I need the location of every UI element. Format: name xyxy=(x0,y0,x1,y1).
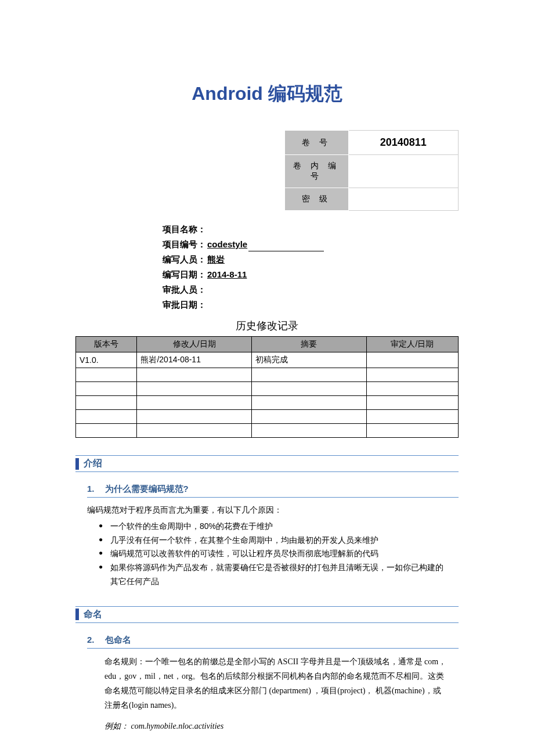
table-cell: 初稿完成 xyxy=(252,352,367,368)
table-row xyxy=(76,382,459,396)
info-box: 卷 号 20140811 卷 内 编 号 密 级 xyxy=(284,130,459,211)
date-value: 2014-8-11 xyxy=(207,269,247,279)
section-bar-icon xyxy=(75,458,79,470)
info-secret-value xyxy=(348,188,458,211)
history-header: 审定人/日期 xyxy=(366,337,458,352)
section-intro: 介绍 xyxy=(75,455,459,472)
section-bar-icon xyxy=(75,609,79,620)
table-cell xyxy=(366,352,458,368)
table-cell xyxy=(252,410,367,424)
history-header: 摘要 xyxy=(252,337,367,352)
date-label: 编写日期： xyxy=(163,269,206,279)
naming-body: 命名规则：一个唯一包名的前缀总是全部小写的 ASCII 字母并且是一个顶级域名，… xyxy=(104,654,447,713)
approve-date-label: 审批日期： xyxy=(163,300,206,309)
table-cell xyxy=(252,396,367,410)
info-secret-label: 密 级 xyxy=(285,188,349,211)
table-row xyxy=(76,368,459,382)
table-cell: 熊岩/2014-08-11 xyxy=(137,352,252,368)
table-row xyxy=(76,410,459,424)
intro-bullets: 一个软件的生命周期中，80%的花费在于维护几乎没有任何一个软件，在其整个生命周期… xyxy=(87,520,447,589)
table-cell xyxy=(366,368,458,382)
intro-body: 编码规范对于程序员而言尤为重要，有以下几个原因： xyxy=(87,503,447,517)
table-cell xyxy=(76,382,137,396)
subheading-num: 2. xyxy=(87,635,95,645)
naming-example-label: 例如： xyxy=(104,722,129,730)
table-row xyxy=(76,396,459,410)
table-cell xyxy=(76,368,137,382)
history-header: 版本号 xyxy=(76,337,137,352)
meta-block: 项目名称： 项目编号：codestyle 编写人员：熊岩 编写日期：2014-8… xyxy=(163,222,459,312)
table-cell xyxy=(252,368,367,382)
table-cell xyxy=(137,396,252,410)
info-internal-value xyxy=(348,155,458,188)
list-item: 编码规范可以改善软件的可读性，可以让程序员尽快而彻底地理解新的代码 xyxy=(87,547,447,561)
history-header: 修改人/日期 xyxy=(137,337,252,352)
table-cell: V1.0. xyxy=(76,352,137,368)
list-item: 一个软件的生命周期中，80%的花费在于维护 xyxy=(87,520,447,534)
section-intro-label: 介绍 xyxy=(84,458,102,470)
project-name-label: 项目名称： xyxy=(163,224,206,234)
info-volume-label: 卷 号 xyxy=(285,131,349,155)
table-cell xyxy=(137,424,252,438)
table-cell xyxy=(76,424,137,438)
table-row: V1.0.熊岩/2014-08-11初稿完成 xyxy=(76,352,459,368)
table-cell xyxy=(252,424,367,438)
subheading-why: 1.为什么需要编码规范? xyxy=(87,484,459,498)
subheading-package: 2.包命名 xyxy=(87,635,459,649)
history-table: 版本号 修改人/日期 摘要 审定人/日期 V1.0.熊岩/2014-08-11初… xyxy=(75,336,459,438)
list-item: 如果你将源码作为产品发布，就需要确任它是否被很好的打包并且清晰无误，一如你已构建… xyxy=(87,561,447,589)
naming-example-value: com.hymobile.nloc.activities xyxy=(129,722,223,730)
table-cell xyxy=(137,410,252,424)
table-cell xyxy=(366,396,458,410)
table-cell xyxy=(76,396,137,410)
author-label: 编写人员： xyxy=(163,254,206,264)
subheading-title: 为什么需要编码规范? xyxy=(105,484,189,494)
section-naming-label: 命名 xyxy=(84,609,102,621)
author-value: 熊岩 xyxy=(207,254,225,264)
table-cell xyxy=(137,382,252,396)
info-internal-label: 卷 内 编 号 xyxy=(285,155,349,188)
table-cell xyxy=(366,410,458,424)
subheading-title: 包命名 xyxy=(105,635,131,645)
approver-label: 审批人员： xyxy=(163,285,206,294)
table-cell xyxy=(366,382,458,396)
table-cell xyxy=(76,410,137,424)
section-naming: 命名 xyxy=(75,606,459,623)
table-row xyxy=(76,424,459,438)
page-title: Android 编码规范 xyxy=(75,81,459,107)
table-cell xyxy=(366,424,458,438)
history-title: 历史修改记录 xyxy=(75,319,459,333)
project-code-value: codestyle xyxy=(207,239,247,249)
info-volume-value: 20140811 xyxy=(348,131,458,155)
subheading-num: 1. xyxy=(87,484,95,494)
list-item: 几乎没有任何一个软件，在其整个生命周期中，均由最初的开发人员来维护 xyxy=(87,534,447,548)
table-cell xyxy=(252,382,367,396)
project-code-label: 项目编号： xyxy=(163,239,206,249)
naming-example: 例如： com.hymobile.nloc.activities xyxy=(104,719,447,733)
table-cell xyxy=(137,368,252,382)
